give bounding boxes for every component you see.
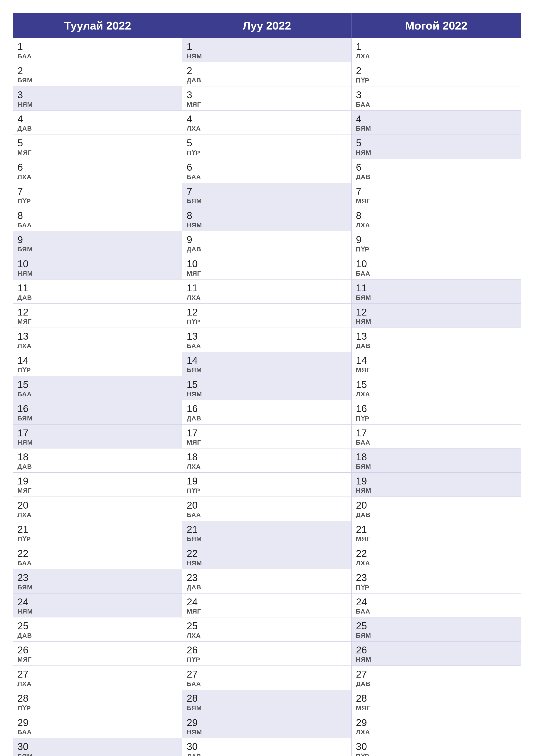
day-label: ДАВ bbox=[17, 294, 178, 301]
day-label: НЯМ bbox=[356, 656, 517, 663]
day-number: 13 bbox=[356, 331, 517, 342]
day-label: БАА bbox=[187, 173, 347, 180]
day-label: ПҮР bbox=[17, 704, 178, 712]
day-number: 3 bbox=[17, 90, 178, 100]
day-cell-m1-d24: 24НЯМ bbox=[13, 594, 182, 618]
day-label: МЯГ bbox=[356, 704, 517, 712]
day-label: ПҮР bbox=[187, 656, 347, 663]
day-cell-m2-d24: 24МЯГ bbox=[182, 594, 352, 618]
day-label: МЯГ bbox=[187, 608, 347, 615]
day-label: НЯМ bbox=[187, 559, 347, 567]
day-cell-m1-d28: 28ПҮР bbox=[13, 690, 182, 714]
day-cell-m1-d11: 11ДАВ bbox=[13, 280, 182, 304]
day-label: БЯМ bbox=[17, 415, 178, 422]
day-cell-m1-d25: 25ДАВ bbox=[13, 617, 182, 641]
day-number: 20 bbox=[356, 500, 517, 511]
day-cell-m1-d9: 9БЯМ bbox=[13, 231, 182, 256]
day-label: НЯМ bbox=[356, 487, 517, 494]
day-label: БЯМ bbox=[356, 463, 517, 470]
day-cell-m1-d1: 1БАА bbox=[13, 38, 182, 62]
day-label: БАА bbox=[356, 608, 517, 615]
day-number: 6 bbox=[17, 162, 178, 173]
day-label: БЯМ bbox=[356, 125, 517, 132]
day-number: 7 bbox=[17, 186, 178, 197]
day-number: 8 bbox=[187, 210, 347, 221]
day-cell-m3-d26: 26НЯМ bbox=[352, 641, 521, 666]
header-month-1: Туулай 2022 bbox=[13, 13, 182, 38]
day-label: БЯМ bbox=[187, 197, 347, 204]
day-number: 8 bbox=[356, 210, 517, 221]
day-number: 14 bbox=[17, 355, 178, 366]
day-label: ДАВ bbox=[17, 125, 178, 132]
day-number: 15 bbox=[17, 379, 178, 390]
day-number: 2 bbox=[17, 65, 178, 76]
day-cell-m3-d19: 19НЯМ bbox=[352, 472, 521, 497]
day-label: БАА bbox=[187, 342, 347, 350]
day-number: 12 bbox=[17, 307, 178, 318]
day-number: 19 bbox=[187, 475, 347, 487]
day-cell-m3-d21: 21МЯГ bbox=[352, 521, 521, 545]
day-label: НЯМ bbox=[17, 270, 178, 277]
day-label: ДАВ bbox=[356, 680, 517, 688]
day-number: 2 bbox=[356, 65, 517, 76]
day-number: 27 bbox=[356, 669, 517, 680]
day-number: 19 bbox=[356, 475, 517, 487]
day-cell-m2-d16: 16ДАВ bbox=[182, 400, 352, 424]
day-label: ЛХА bbox=[187, 463, 347, 470]
day-number: 10 bbox=[187, 258, 347, 269]
day-label: ПҮР bbox=[187, 149, 347, 156]
day-cell-m1-d8: 8БАА bbox=[13, 207, 182, 231]
day-number: 27 bbox=[187, 669, 347, 680]
day-cell-m3-d15: 15ЛХА bbox=[352, 376, 521, 400]
day-number: 5 bbox=[17, 138, 178, 148]
day-number: 5 bbox=[356, 138, 517, 148]
day-cell-m2-d18: 18ЛХА bbox=[182, 448, 352, 472]
day-label: БЯМ bbox=[187, 535, 347, 542]
day-cell-m3-d10: 10БАА bbox=[352, 256, 521, 280]
day-cell-m2-d29: 29НЯМ bbox=[182, 714, 352, 738]
day-number: 30 bbox=[187, 741, 347, 752]
day-number: 8 bbox=[17, 210, 178, 221]
day-label: НЯМ bbox=[187, 391, 347, 398]
day-cell-m3-d5: 5НЯМ bbox=[352, 134, 521, 159]
day-label: ДАВ bbox=[356, 173, 517, 180]
day-label: МЯГ bbox=[187, 439, 347, 446]
day-number: 12 bbox=[187, 307, 347, 318]
day-number: 18 bbox=[356, 451, 517, 463]
day-number: 24 bbox=[187, 597, 347, 608]
day-cell-m2-d5: 5ПҮР bbox=[182, 134, 352, 159]
day-number: 14 bbox=[356, 355, 517, 366]
day-cell-m2-d8: 8НЯМ bbox=[182, 207, 352, 231]
day-cell-m1-d14: 14ПҮР bbox=[13, 352, 182, 376]
day-number: 26 bbox=[17, 645, 178, 656]
day-number: 6 bbox=[356, 162, 517, 173]
day-label: БЯМ bbox=[187, 704, 347, 712]
day-number: 22 bbox=[356, 548, 517, 559]
day-number: 29 bbox=[17, 717, 178, 728]
day-cell-m2-d27: 27БАА bbox=[182, 666, 352, 690]
day-number: 15 bbox=[356, 379, 517, 390]
day-cell-m1-d17: 17НЯМ bbox=[13, 424, 182, 449]
day-number: 30 bbox=[356, 741, 517, 752]
day-cell-m3-d13: 13ДАВ bbox=[352, 328, 521, 352]
day-number: 4 bbox=[187, 114, 347, 124]
day-cell-m2-d11: 11ЛХА bbox=[182, 280, 352, 304]
day-label: ПҮР bbox=[356, 415, 517, 422]
day-label: БАА bbox=[17, 728, 178, 736]
day-number: 11 bbox=[187, 283, 347, 293]
day-number: 9 bbox=[356, 234, 517, 245]
day-number: 21 bbox=[356, 524, 517, 535]
day-number: 6 bbox=[187, 162, 347, 173]
day-cell-m3-d12: 12НЯМ bbox=[352, 304, 521, 328]
day-label: ЛХА bbox=[17, 680, 178, 688]
day-number: 11 bbox=[17, 283, 178, 293]
day-cell-m2-d19: 19ПҮР bbox=[182, 472, 352, 497]
day-number: 16 bbox=[17, 403, 178, 414]
header-month-2: Луу 2022 bbox=[182, 13, 352, 38]
day-number: 3 bbox=[356, 90, 517, 100]
day-cell-m1-d19: 19МЯГ bbox=[13, 472, 182, 497]
day-number: 26 bbox=[187, 645, 347, 656]
day-cell-m2-d12: 12ПҮР bbox=[182, 304, 352, 328]
day-label: ЛХА bbox=[356, 559, 517, 567]
day-label: БЯМ bbox=[356, 632, 517, 639]
